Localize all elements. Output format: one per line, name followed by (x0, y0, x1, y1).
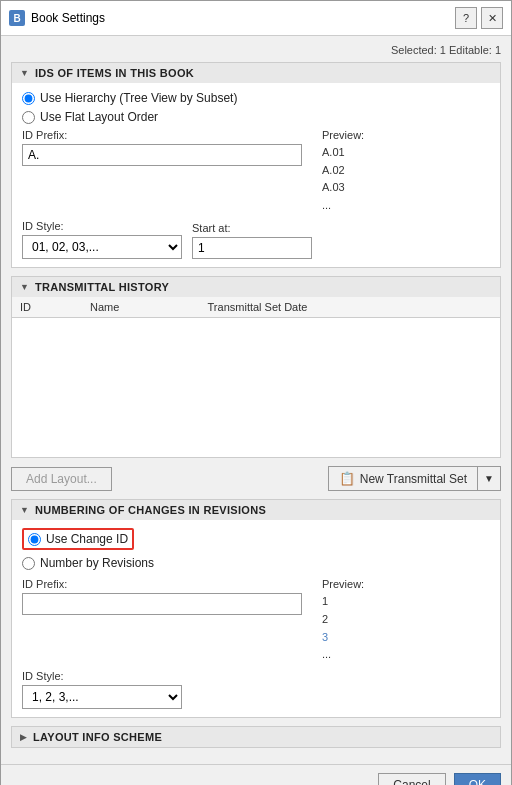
start-at-label: Start at: (192, 222, 312, 234)
numbering-section: ▼ NUMBERING OF CHANGES IN REVISIONS Use … (11, 499, 501, 717)
new-transmittal-label: New Transmittal Set (360, 472, 467, 486)
col-id-header: ID (12, 297, 82, 318)
col-date-header: Transmittal Set Date (200, 297, 500, 318)
preview-line-3: A.03 (322, 179, 364, 197)
ids-section-label: IDS OF ITEMS IN THIS BOOK (35, 67, 194, 79)
id-style-label: ID Style: (22, 220, 182, 232)
use-change-id-label[interactable]: Use Change ID (46, 532, 128, 546)
flat-label[interactable]: Use Flat Layout Order (40, 110, 158, 124)
selected-info: Selected: 1 Editable: 1 (11, 44, 501, 56)
close-button[interactable]: ✕ (481, 7, 503, 29)
title-bar-controls: ? ✕ (455, 7, 503, 29)
use-change-id-radio[interactable] (28, 533, 41, 546)
transmittal-section-header[interactable]: ▼ TRANSMITTAL HISTORY (12, 277, 500, 297)
transmittal-table-wrapper[interactable]: ID Name Transmittal Set Date (12, 297, 500, 457)
transmittal-section-label: TRANSMITTAL HISTORY (35, 281, 169, 293)
num-preview-line-dots: ... (322, 646, 364, 664)
preview-line-dots: ... (322, 197, 364, 215)
num-preview-line-2: 2 (322, 611, 364, 629)
numbering-preview-content: 1 2 3 ... (322, 593, 364, 663)
numbering-section-label: NUMBERING OF CHANGES IN REVISIONS (35, 504, 266, 516)
flat-radio[interactable] (22, 111, 35, 124)
id-style-select[interactable]: 01, 02, 03,... (22, 235, 182, 259)
ids-preview-content: A.01 A.02 A.03 ... (322, 144, 364, 214)
layout-info-label: LAYOUT INFO SCHEME (33, 731, 162, 743)
hierarchy-radio-row: Use Hierarchy (Tree View by Subset) (22, 91, 490, 105)
flat-radio-row: Use Flat Layout Order (22, 110, 490, 124)
transmittal-section: ▼ TRANSMITTAL HISTORY ID Name Transmitta… (11, 276, 501, 458)
num-preview-line-1: 1 (322, 593, 364, 611)
preview-line-1: A.01 (322, 144, 364, 162)
new-transmittal-split: 📋 New Transmittal Set ▼ (328, 466, 501, 491)
app-icon: B (9, 10, 25, 26)
numbering-prefix-label: ID Prefix: (22, 578, 302, 590)
numbering-prefix-field-group: ID Prefix: (22, 578, 302, 615)
numbering-collapse-icon: ▼ (20, 505, 29, 515)
transmittal-table-header: ID Name Transmittal Set Date (12, 297, 500, 318)
use-change-id-row: Use Change ID (22, 528, 490, 550)
ok-button[interactable]: OK (454, 773, 501, 785)
id-style-field-group: ID Style: 01, 02, 03,... (22, 220, 182, 259)
transmittal-section-content: ID Name Transmittal Set Date (12, 297, 500, 457)
col-name-header: Name (82, 297, 200, 318)
layout-info-section[interactable]: ▶ LAYOUT INFO SCHEME (11, 726, 501, 748)
id-style-row: ID Style: 01, 02, 03,... Start at: (22, 220, 490, 259)
ids-collapse-icon: ▼ (20, 68, 29, 78)
use-change-id-highlighted: Use Change ID (22, 528, 134, 550)
dialog-footer: Cancel OK (1, 764, 511, 785)
id-prefix-input[interactable] (22, 144, 302, 166)
ids-preview-label: Preview: (322, 129, 364, 141)
new-transmittal-button[interactable]: 📋 New Transmittal Set (328, 466, 478, 491)
numbering-style-select[interactable]: 1, 2, 3,... (22, 685, 182, 709)
new-transmittal-dropdown-button[interactable]: ▼ (478, 466, 501, 491)
num-preview-line-3: 3 (322, 629, 364, 647)
transmittal-icon: 📋 (339, 471, 355, 486)
numbering-prefix-row: ID Prefix: Preview: 1 2 3 ... (22, 578, 490, 663)
prefix-field-group: ID Prefix: (22, 129, 302, 166)
number-by-revisions-radio[interactable] (22, 557, 35, 570)
numbering-preview-label: Preview: (322, 578, 364, 590)
numbering-style-row: ID Style: 1, 2, 3,... (22, 670, 490, 709)
id-prefix-label: ID Prefix: (22, 129, 302, 141)
cancel-button[interactable]: Cancel (378, 773, 445, 785)
layout-info-collapse-icon: ▶ (20, 732, 27, 742)
title-bar: B Book Settings ? ✕ (1, 1, 511, 36)
start-at-input[interactable] (192, 237, 312, 259)
numbering-prefix-input[interactable] (22, 593, 302, 615)
numbering-section-header[interactable]: ▼ NUMBERING OF CHANGES IN REVISIONS (12, 500, 500, 520)
numbering-style-label: ID Style: (22, 670, 182, 682)
hierarchy-label[interactable]: Use Hierarchy (Tree View by Subset) (40, 91, 237, 105)
preview-line-2: A.02 (322, 162, 364, 180)
transmittal-table: ID Name Transmittal Set Date (12, 297, 500, 318)
numbering-preview-box: Preview: 1 2 3 ... (322, 578, 364, 663)
numbering-section-content: Use Change ID Number by Revisions ID Pre… (12, 520, 500, 716)
add-layout-button[interactable]: Add Layout... (11, 467, 112, 491)
numbering-style-field-group: ID Style: 1, 2, 3,... (22, 670, 182, 709)
start-at-field-group: Start at: (192, 222, 312, 259)
book-settings-dialog: B Book Settings ? ✕ Selected: 1 Editable… (0, 0, 512, 785)
prefix-row: ID Prefix: Preview: A.01 A.02 A.03 ... (22, 129, 490, 214)
ids-section: ▼ IDS OF ITEMS IN THIS BOOK Use Hierarch… (11, 62, 501, 268)
dialog-title: Book Settings (31, 11, 449, 25)
transmittal-collapse-icon: ▼ (20, 282, 29, 292)
ids-section-header[interactable]: ▼ IDS OF ITEMS IN THIS BOOK (12, 63, 500, 83)
transmittal-buttons-row: Add Layout... 📋 New Transmittal Set ▼ (11, 466, 501, 491)
dialog-body: Selected: 1 Editable: 1 ▼ IDS OF ITEMS I… (1, 36, 511, 764)
number-by-revisions-row: Number by Revisions (22, 556, 490, 570)
ids-section-content: Use Hierarchy (Tree View by Subset) Use … (12, 83, 500, 267)
hierarchy-radio[interactable] (22, 92, 35, 105)
ids-preview-box: Preview: A.01 A.02 A.03 ... (322, 129, 364, 214)
number-by-revisions-label[interactable]: Number by Revisions (40, 556, 154, 570)
help-button[interactable]: ? (455, 7, 477, 29)
